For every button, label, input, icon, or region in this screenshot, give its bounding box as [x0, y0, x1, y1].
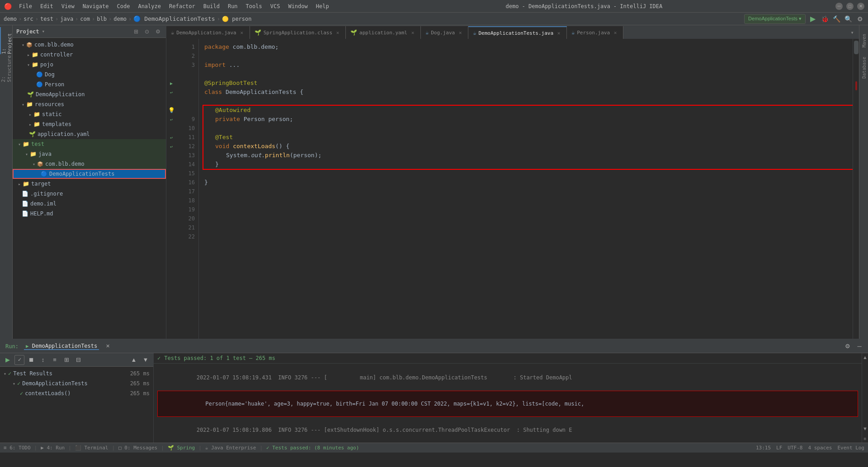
breadcrumb-demopkg[interactable]: demo: [113, 16, 127, 22]
menu-edit[interactable]: Edit: [37, 2, 57, 10]
tab-close-person[interactable]: ✕: [612, 29, 618, 36]
breadcrumb-demo[interactable]: demo: [4, 16, 17, 22]
status-run[interactable]: ▶ 4: Run: [41, 445, 65, 451]
scroll-wrap-button[interactable]: ≡: [864, 434, 867, 443]
menu-help[interactable]: Help: [312, 2, 333, 10]
menu-refactor[interactable]: Refactor: [165, 2, 199, 10]
status-java-enterprise[interactable]: ☕ Java Enterprise: [205, 445, 256, 451]
breadcrumb-com[interactable]: com: [80, 16, 90, 22]
run-collapse-button[interactable]: ⊟: [73, 355, 83, 365]
status-line-ending[interactable]: LF: [776, 445, 782, 451]
tab-dog[interactable]: ☕ Dog.java ✕: [421, 26, 468, 39]
scroll-down-button[interactable]: ▼: [863, 425, 868, 433]
run-check-button[interactable]: ✓: [14, 355, 24, 365]
close-button[interactable]: ✕: [857, 3, 864, 10]
menu-navigate[interactable]: Navigate: [79, 2, 113, 10]
tab-close-demo-app[interactable]: ✕: [239, 29, 245, 36]
tab-close-dog[interactable]: ✕: [457, 29, 463, 36]
breadcrumb-test[interactable]: test: [40, 16, 53, 22]
tab-close-spring[interactable]: ✕: [335, 29, 341, 36]
tree-dog[interactable]: 🔵 Dog: [13, 70, 166, 79]
tree-target[interactable]: ▸ 📁 target: [13, 179, 166, 189]
code-content[interactable]: package com.blb.demo; import ... @Spring…: [199, 39, 853, 339]
tree-application-yaml[interactable]: 🌱 application.yaml: [13, 129, 166, 139]
editor-scrollbar[interactable]: [853, 39, 859, 339]
tree-static[interactable]: ▸ 📁 static: [13, 109, 166, 119]
run-filter-button[interactable]: ≡: [50, 355, 60, 365]
menu-view[interactable]: View: [58, 2, 78, 10]
code-editor[interactable]: ▶ ↩ 💡 ↩ ↩ ↩ 1 2 3 4 5: [166, 39, 859, 339]
tree-help-md[interactable]: 📄 HELP.md: [13, 209, 166, 219]
tab-application-yaml[interactable]: 🌱 application.yaml ✕: [346, 26, 421, 39]
search-everywhere-button[interactable]: 🔍: [844, 14, 853, 23]
menu-build[interactable]: Build: [200, 2, 223, 10]
tree-demo-application[interactable]: 🌱 DemoApplication: [13, 89, 166, 99]
menu-tools[interactable]: Tools: [242, 2, 266, 10]
maven-tool-btn[interactable]: Maven: [860, 27, 868, 54]
database-tool-btn[interactable]: Database: [860, 54, 868, 81]
tree-demo-app-tests[interactable]: 🔵 DemoApplicationTests: [13, 169, 166, 179]
tree-resources[interactable]: ▾ 📁 resources: [13, 99, 166, 109]
menu-window[interactable]: Window: [284, 2, 311, 10]
tab-spring-application[interactable]: 🌱 SpringApplication.class ✕: [250, 26, 346, 39]
run-stop-button[interactable]: ⏹: [26, 355, 36, 365]
maximize-button[interactable]: □: [846, 3, 854, 10]
menu-run[interactable]: Run: [224, 2, 241, 10]
run-down-button[interactable]: ▼: [141, 355, 151, 365]
run-button[interactable]: ▶: [808, 14, 817, 23]
run-config-button[interactable]: DemoApplicationTests ▾: [744, 14, 806, 24]
test-demo-app-tests-row[interactable]: ▾ ✓ DemoApplicationTests 265 ms: [0, 378, 153, 388]
status-line-col[interactable]: 13:15: [756, 445, 771, 451]
tree-com-blb-demo[interactable]: ▾ 📦 com.blb.demo: [13, 40, 166, 50]
tree-test-java[interactable]: ▾ 📁 java: [13, 149, 166, 159]
breadcrumb-blb[interactable]: blb: [97, 16, 107, 22]
run-up-button[interactable]: ▲: [129, 355, 139, 365]
tab-person[interactable]: ☕ Person.java ✕: [567, 26, 623, 39]
status-encoding[interactable]: UTF-8: [788, 445, 802, 451]
tab-overflow-button[interactable]: ▾: [845, 26, 859, 39]
project-tool-btn[interactable]: 1: Project: [0, 27, 12, 54]
status-event-log[interactable]: Event Log: [837, 445, 864, 451]
tree-test[interactable]: ▾ 📁 test: [13, 139, 166, 149]
build-button[interactable]: 🔨: [832, 14, 841, 23]
test-context-loads-row[interactable]: ✓ contextLoads() 265 ms: [0, 388, 153, 398]
output-scrollbar[interactable]: ▲ ▼ ≡: [862, 353, 868, 443]
test-results-root[interactable]: ▾ ✓ Test Results 265 ms: [0, 369, 153, 378]
menu-vcs[interactable]: VCS: [267, 2, 284, 10]
run-expand-button[interactable]: ⊞: [61, 355, 71, 365]
run-output[interactable]: 2022-01-07 15:08:19.431 INFO 3276 --- [ …: [154, 364, 862, 443]
menu-code[interactable]: Code: [113, 2, 134, 10]
run-play-button[interactable]: ▶: [3, 355, 13, 365]
scroll-up-button[interactable]: ▲: [863, 353, 868, 361]
breadcrumb-class[interactable]: 🔵 DemoApplicationTests: [133, 15, 215, 22]
debug-button[interactable]: 🐞: [820, 14, 829, 23]
status-spring[interactable]: 🌱 Spring: [168, 445, 195, 451]
status-messages[interactable]: □ 0: Messages: [118, 445, 157, 451]
settings-button[interactable]: ⚙: [855, 14, 864, 23]
status-indent[interactable]: 4 spaces: [808, 445, 832, 451]
breadcrumb-java[interactable]: java: [60, 16, 73, 22]
minimize-run-button[interactable]: ─: [854, 341, 864, 351]
tree-demo-iml[interactable]: 📄 demo.iml: [13, 199, 166, 209]
tab-demo-application[interactable]: ☕ DemoApplication.java ✕: [166, 26, 250, 39]
status-todo[interactable]: ≡ 6: TODO: [4, 445, 31, 451]
bottom-tab-demo-tests[interactable]: ▶ DemoApplicationTests: [24, 343, 99, 350]
breadcrumb-src[interactable]: src: [24, 16, 33, 22]
tree-test-com-blb-demo[interactable]: ▾ 📦 com.blb.demo: [13, 159, 166, 169]
menu-file[interactable]: File: [15, 2, 36, 10]
collapse-all-button[interactable]: ⊞: [132, 27, 141, 36]
structure-tool-btn[interactable]: 2: Structure: [0, 55, 12, 82]
tab-close-yaml[interactable]: ✕: [410, 29, 416, 36]
minimize-button[interactable]: ─: [835, 3, 843, 10]
status-terminal[interactable]: ⬛ Terminal: [75, 445, 108, 451]
menu-analyze[interactable]: Analyze: [134, 2, 165, 10]
tree-pojo[interactable]: ▾ 📁 pojo: [13, 60, 166, 70]
run-tab-close-button[interactable]: ✕: [103, 341, 113, 351]
run-sort-button[interactable]: ↕: [38, 355, 48, 365]
tree-person[interactable]: 🔵 Person: [13, 79, 166, 89]
tree-templates[interactable]: ▸ 📁 templates: [13, 119, 166, 129]
settings-run-button[interactable]: ⚙: [843, 341, 853, 351]
tree-gitignore[interactable]: 📄 .gitignore: [13, 189, 166, 199]
tab-demo-app-tests[interactable]: ☕ DemoApplicationTests.java ✕: [468, 26, 567, 39]
breadcrumb-person[interactable]: 🟡 person: [222, 16, 252, 22]
